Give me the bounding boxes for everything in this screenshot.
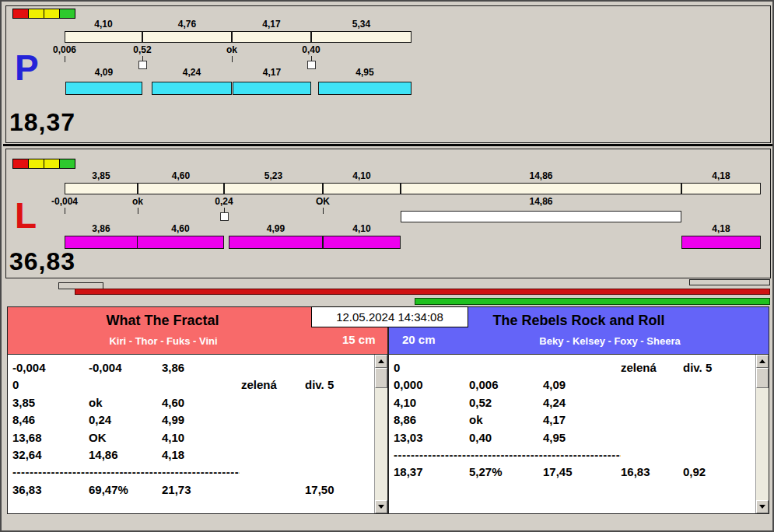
gap-value: 0,52	[116, 45, 169, 54]
table-cell: 4,60	[162, 394, 241, 411]
side-letter-p: P	[15, 50, 39, 86]
scroll-up-icon	[759, 359, 765, 363]
progress-bar-green	[415, 298, 770, 305]
gap-bar	[401, 211, 681, 222]
table-cell: zelená	[621, 359, 683, 376]
bar-value: 4,18	[681, 224, 761, 233]
table-cell: 0	[394, 359, 469, 376]
measure-segment	[65, 31, 142, 43]
indicator-box	[59, 159, 75, 169]
segment-value: 4,17	[232, 19, 311, 29]
table-cell: 4,10	[162, 429, 241, 446]
status-lights	[12, 159, 75, 169]
right-team-panel: The Rebels Rock and Roll Beky - Kelsey -…	[388, 306, 769, 514]
table-cell: 4,24	[543, 394, 621, 411]
measure-segment	[681, 183, 761, 194]
table-cell: 36,83	[12, 481, 89, 499]
table-cell: 17,45	[543, 464, 621, 481]
indicator-box	[12, 159, 29, 169]
table-cell: 32,64	[12, 446, 89, 464]
table-cell: 69,47%	[89, 481, 162, 499]
table-cell: 16,83	[621, 464, 683, 481]
gap-value: ok	[111, 197, 164, 206]
measure-panel-p: P 18,37 4,104,764,175,340,0060,52ok0,404…	[5, 5, 771, 143]
table-row: 36,8369,47%21,7317,50	[12, 481, 374, 499]
scroll-up-button[interactable]	[375, 355, 387, 368]
measure-bar	[65, 236, 138, 249]
table-cell	[241, 481, 305, 499]
table-cell	[683, 411, 755, 429]
measure-bar	[681, 236, 761, 249]
scroll-up-icon	[378, 359, 384, 363]
table-row: 8,86ok4,17	[394, 411, 755, 429]
table-cell: 4,17	[543, 411, 621, 429]
table-cell	[621, 376, 683, 394]
table-row: 18,375,27%17,4516,830,92	[394, 464, 755, 481]
measure-bar	[152, 82, 232, 95]
table-cell: 4,99	[162, 411, 241, 429]
bar-value: 4,99	[229, 224, 323, 233]
table-cell	[683, 376, 755, 394]
segment-value: 4,10	[323, 171, 401, 180]
table-row: -0,004-0,0043,86	[12, 359, 374, 376]
indicator-box	[44, 159, 60, 169]
bar-value: 4,95	[318, 68, 412, 77]
status-lights	[12, 9, 75, 19]
table-cell: 13,68	[12, 429, 89, 446]
measure-segment	[224, 183, 323, 194]
table-cell	[683, 429, 755, 446]
table-cell	[305, 446, 374, 464]
table-row: 0zelenádiv. 5	[394, 359, 755, 376]
left-team-table: -0,004-0,0043,860zelenádiv. 53,85ok4,608…	[8, 354, 387, 513]
scroll-down-button[interactable]	[375, 500, 387, 513]
table-cell	[241, 429, 305, 446]
tick-mark	[323, 208, 324, 214]
panel-divider	[3, 144, 772, 146]
checkbox[interactable]	[220, 212, 229, 221]
tick-mark	[232, 56, 233, 62]
table-row: 8,460,244,99	[12, 411, 374, 429]
measure-segment	[401, 183, 681, 194]
tick-mark	[65, 208, 65, 214]
indicator-box	[59, 9, 75, 19]
table-row: 32,6414,864,18	[12, 446, 374, 464]
table-cell: div. 5	[683, 359, 755, 376]
table-cell	[621, 411, 683, 429]
side-letter-l: L	[15, 198, 37, 233]
scroll-up-button[interactable]	[756, 355, 769, 368]
indicator-box	[28, 159, 44, 169]
table-cell	[683, 394, 755, 411]
gap-value: 0,006	[38, 45, 91, 54]
measure-segment	[65, 183, 138, 194]
measure-segment	[142, 31, 232, 43]
measure-segment	[323, 183, 401, 194]
table-cell	[162, 376, 241, 394]
team-players: Kiri - Thor - Fuks - Vini	[8, 335, 319, 347]
table-cell: -0,004	[89, 359, 162, 376]
table-cell: zelená	[241, 376, 305, 394]
scroll-thumb[interactable]	[375, 368, 387, 388]
table-cell: 0	[12, 376, 89, 394]
table-cell: 3,86	[162, 359, 241, 376]
total-value-p: 18,37	[9, 110, 75, 135]
datetime-display: 12.05.2024 14:34:08	[311, 306, 468, 327]
table-cell: 21,73	[162, 481, 241, 499]
table-cell	[89, 376, 162, 394]
table-row: 4,100,524,24	[394, 394, 755, 411]
measure-bar	[65, 82, 142, 95]
measure-segment	[138, 183, 224, 194]
table-row: 13,68OK4,10	[12, 429, 374, 446]
table-cell: OK	[89, 429, 162, 446]
scrollbar[interactable]	[755, 355, 769, 513]
distance-label: 15 cm	[342, 333, 376, 346]
left-score-rows: -0,004-0,0043,860zelenádiv. 53,85ok4,608…	[8, 355, 374, 513]
scroll-down-button[interactable]	[756, 500, 769, 513]
table-cell: 0,40	[469, 429, 543, 446]
scrollbar[interactable]	[374, 355, 387, 513]
table-row: 13,030,404,95	[394, 429, 755, 446]
table-cell: 8,46	[12, 411, 89, 429]
scroll-thumb[interactable]	[756, 368, 769, 388]
segment-value: 4,18	[681, 171, 761, 180]
indicator-box	[12, 9, 29, 19]
progress-bar-red	[75, 289, 770, 295]
